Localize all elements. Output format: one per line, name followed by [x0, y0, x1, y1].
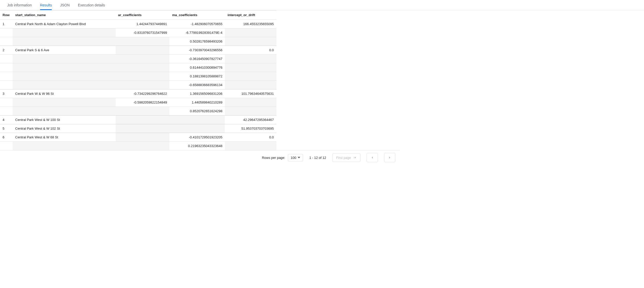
cell-ma-coefficient: -0.4101729501923205	[169, 133, 225, 142]
cell-ar-coefficient	[116, 142, 170, 150]
cell-row	[0, 81, 13, 89]
first-page-label: First page	[336, 156, 351, 160]
cell-intercept-or-drift	[225, 37, 276, 46]
table-row: 3Central Park W & W 96 St-0.734229929676…	[0, 89, 276, 98]
cell-start-station-name: Central Park West & W 102 St	[13, 124, 115, 133]
tab-results[interactable]: Results	[36, 0, 56, 10]
cell-row: 2	[0, 46, 13, 55]
chevron-down-icon	[298, 157, 300, 158]
cell-intercept-or-drift: 42.29647295364467	[225, 116, 276, 124]
cell-intercept-or-drift: 0.0	[225, 133, 276, 142]
cell-start-station-name	[13, 63, 115, 72]
cell-start-station-name	[13, 107, 115, 116]
cell-ar-coefficient	[116, 124, 170, 133]
cell-ar-coefficient: -0.5982059822154849	[116, 98, 170, 107]
cell-intercept-or-drift	[225, 81, 276, 89]
page-range-text: 1 - 12 of 12	[309, 156, 326, 160]
table-row: 2Central Park S & 6 Ave-0.73039700432965…	[0, 46, 276, 55]
cell-row	[0, 72, 13, 81]
cell-ar-coefficient	[116, 81, 170, 89]
cell-intercept-or-drift	[225, 28, 276, 37]
cell-ma-coefficient: 1.440589840210289	[169, 98, 225, 107]
next-page-button[interactable]	[384, 153, 395, 162]
cell-ar-coefficient	[116, 107, 170, 116]
pagination-bar: Rows per page: 100 1 - 12 of 12 First pa…	[0, 150, 400, 165]
cell-ma-coefficient: -0.6588836683596134	[169, 81, 225, 89]
cell-ma-coefficient: -6.779919928391479E-4	[169, 28, 225, 37]
tab-job-information[interactable]: Job information	[3, 0, 36, 10]
cell-ma-coefficient: -1.482906070570655	[169, 20, 225, 28]
table-row: 1Central Park North & Adam Clayton Powel…	[0, 20, 276, 28]
tab-json[interactable]: JSON	[56, 0, 74, 10]
col-header-ar-coefficients: ar_coefficients	[116, 11, 170, 20]
cell-row: 5	[0, 124, 13, 133]
cell-row: 3	[0, 89, 13, 98]
cell-start-station-name	[13, 72, 115, 81]
cell-row	[0, 107, 13, 116]
table-row: -0.59820598221548491.440589840210289	[0, 98, 276, 107]
cell-start-station-name	[13, 98, 115, 107]
cell-ar-coefficient	[116, 55, 170, 63]
cell-ma-coefficient: 1.3691565096831206	[169, 89, 225, 98]
cell-row: 6	[0, 133, 13, 142]
cell-start-station-name: Central Park West & W 100 St	[13, 116, 115, 124]
cell-start-station-name	[13, 28, 115, 37]
cell-row	[0, 55, 13, 63]
cell-row: 1	[0, 20, 13, 28]
table-row: -0.6588836683596134	[0, 81, 276, 89]
cell-ar-coefficient: 1.442447937449891	[116, 20, 170, 28]
cell-intercept-or-drift	[225, 142, 276, 150]
cell-start-station-name	[13, 81, 115, 89]
tab-execution-details[interactable]: Execution details	[74, 0, 109, 10]
cell-row	[0, 63, 13, 72]
results-panel: Row start_station_name ar_coefficients m…	[0, 10, 276, 150]
rows-per-page: Rows per page: 100	[262, 154, 303, 161]
cell-ma-coefficient: 0.8520762651624298	[169, 107, 225, 116]
table-body: 1Central Park North & Adam Clayton Powel…	[0, 20, 276, 150]
cell-ma-coefficient: 0.6144410300894776	[169, 63, 225, 72]
cell-ar-coefficient	[116, 37, 170, 46]
col-header-ma-coefficients: ma_coefficients	[169, 11, 225, 20]
table-row: 0.8520762651624298	[0, 107, 276, 116]
rows-per-page-value: 100	[291, 156, 296, 160]
table-row: -0.8319760731547999-6.779919928391479E-4	[0, 28, 276, 37]
first-page-icon	[353, 156, 357, 159]
cell-start-station-name: Central Park West & W 68 St	[13, 133, 115, 142]
first-page-button[interactable]: First page	[332, 153, 360, 162]
cell-ma-coefficient: 0.21963235043323648	[169, 142, 225, 150]
cell-ar-coefficient: -0.8319760731547999	[116, 28, 170, 37]
prev-page-button[interactable]	[367, 153, 378, 162]
cell-row	[0, 28, 13, 37]
cell-start-station-name	[13, 37, 115, 46]
cell-intercept-or-drift	[225, 63, 276, 72]
cell-intercept-or-drift	[225, 107, 276, 116]
table-row: -0.3616450907827747	[0, 55, 276, 63]
table-row: 0.6144410300894776	[0, 63, 276, 72]
cell-intercept-or-drift	[225, 55, 276, 63]
cell-intercept-or-drift: 101.79634640575631	[225, 89, 276, 98]
chevron-left-icon	[370, 155, 375, 160]
table-row: 4Central Park West & W 100 St42.29647295…	[0, 116, 276, 124]
cell-ma-coefficient: 0.1881398105889872	[169, 72, 225, 81]
table-row: 0.5028176598493206	[0, 37, 276, 46]
cell-intercept-or-drift: 51.953703703703695	[225, 124, 276, 133]
rows-per-page-select[interactable]: 100	[288, 154, 303, 161]
table-row: 0.21963235043323648	[0, 142, 276, 150]
cell-ar-coefficient	[116, 72, 170, 81]
cell-row	[0, 37, 13, 46]
cell-ma-coefficient	[169, 124, 225, 133]
cell-ar-coefficient	[116, 46, 170, 55]
col-header-row: Row	[0, 11, 13, 20]
cell-start-station-name: Central Park North & Adam Clayton Powell…	[13, 20, 115, 28]
cell-row	[0, 98, 13, 107]
tabs-bar: Job information Results JSON Execution d…	[0, 0, 644, 10]
cell-intercept-or-drift	[225, 72, 276, 81]
cell-start-station-name	[13, 142, 115, 150]
cell-ar-coefficient	[116, 63, 170, 72]
rows-per-page-label: Rows per page:	[262, 156, 285, 160]
cell-start-station-name: Central Park W & W 96 St	[13, 89, 115, 98]
table-row: 6Central Park West & W 68 St-0.410172950…	[0, 133, 276, 142]
cell-intercept-or-drift	[225, 98, 276, 107]
cell-row: 4	[0, 116, 13, 124]
cell-ma-coefficient: -0.3616450907827747	[169, 55, 225, 63]
